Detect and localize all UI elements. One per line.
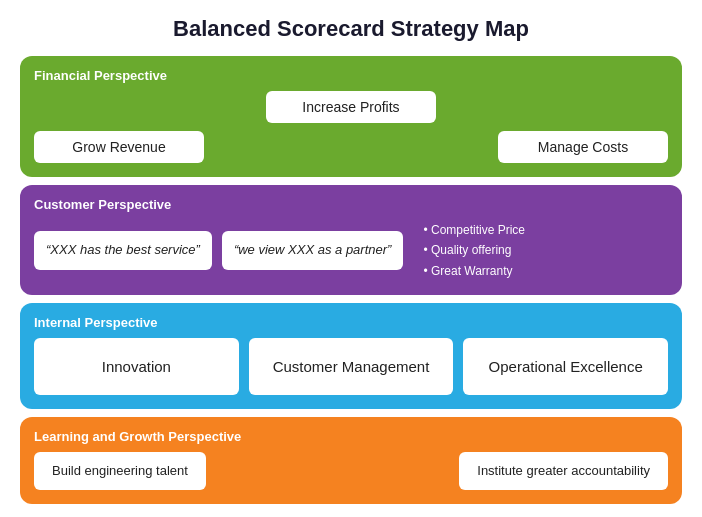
internal-label: Internal Perspective — [34, 315, 668, 330]
internal-cards-row: Innovation Customer Management Operation… — [34, 338, 668, 395]
manage-costs-card: Manage Costs — [498, 131, 668, 163]
customer-section: Customer Perspective “XXX has the best s… — [20, 185, 682, 295]
build-engineering-card: Build engineering talent — [34, 452, 206, 490]
bullet-2: Quality offering — [423, 240, 525, 260]
customer-label: Customer Perspective — [34, 197, 668, 212]
page-title: Balanced Scorecard Strategy Map — [20, 10, 682, 42]
internal-section: Internal Perspective Innovation Customer… — [20, 303, 682, 409]
learning-label: Learning and Growth Perspective — [34, 429, 668, 444]
customer-management-card: Customer Management — [249, 338, 454, 395]
learning-section: Learning and Growth Perspective Build en… — [20, 417, 682, 504]
financial-section: Financial Perspective Increase Profits G… — [20, 56, 682, 177]
bullet-3: Great Warranty — [423, 261, 525, 281]
customer-card1: “XXX has the best service” — [34, 231, 212, 269]
learning-cards-row: Build engineering talent Institute great… — [34, 452, 668, 490]
financial-label: Financial Perspective — [34, 68, 668, 83]
financial-bottom-row: Grow Revenue Manage Costs — [34, 131, 668, 163]
customer-card2: “we view XXX as a partner” — [222, 231, 404, 269]
grow-revenue-card: Grow Revenue — [34, 131, 204, 163]
operational-excellence-card: Operational Excellence — [463, 338, 668, 395]
institute-accountability-card: Institute greater accountability — [459, 452, 668, 490]
innovation-card: Innovation — [34, 338, 239, 395]
increase-profits-card: Increase Profits — [266, 91, 436, 123]
financial-top-row: Increase Profits — [34, 91, 668, 123]
customer-bullets: Competitive Price Quality offering Great… — [413, 220, 525, 281]
customer-inner: “XXX has the best service” “we view XXX … — [34, 220, 668, 281]
bullet-1: Competitive Price — [423, 220, 525, 240]
